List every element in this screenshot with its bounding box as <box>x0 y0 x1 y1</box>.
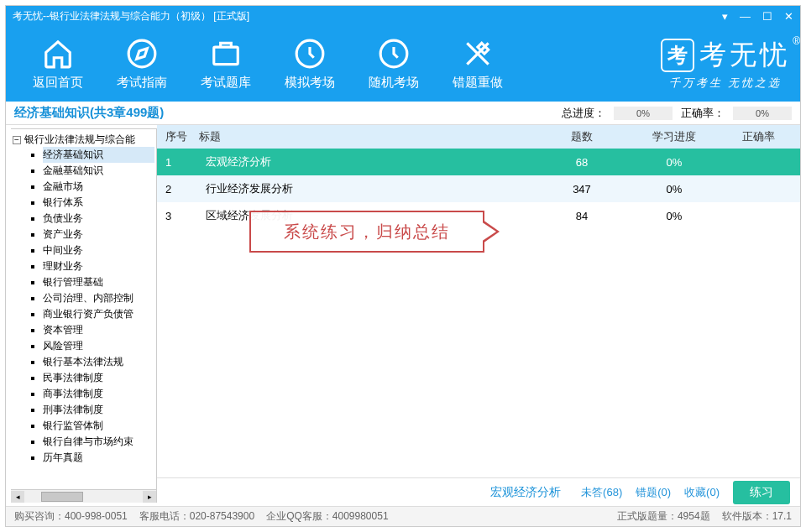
table-header: 序号 标题 题数 学习进度 正确率 <box>157 125 800 149</box>
status-version: 软件版本：17.1 <box>722 509 792 524</box>
tree-item[interactable]: 商业银行资产负债管 <box>43 306 154 322</box>
current-chapter: 宏观经济分析 <box>490 485 561 500</box>
nav-question-bank[interactable]: 考试题库 <box>184 38 268 91</box>
tree-item[interactable]: 商事法律制度 <box>43 386 154 402</box>
dropdown-icon[interactable]: ▾ <box>722 10 728 23</box>
cell-count: 68 <box>540 156 624 169</box>
callout-banner: 系统练习，归纳总结 <box>249 211 484 253</box>
clock-icon <box>294 38 326 70</box>
edit-icon <box>462 38 494 70</box>
status-qty: 正式版题量：4954题 <box>617 509 710 524</box>
brand-name: 考无忧® <box>699 37 790 74</box>
tree-item[interactable]: 银行监管体制 <box>43 418 154 434</box>
nav-label: 错题重做 <box>453 75 503 91</box>
table-row[interactable]: 2行业经济发展分析3470% <box>157 175 800 202</box>
cell-progress: 0% <box>624 156 725 169</box>
practice-button[interactable]: 练习 <box>733 481 790 504</box>
nav-mock-exam[interactable]: 模拟考场 <box>268 38 352 91</box>
nav-label: 返回首页 <box>33 75 83 91</box>
section-title: 经济基础知识(共3章499题) <box>14 105 164 121</box>
status-buy: 购买咨询：400-998-0051 <box>14 509 128 524</box>
cell-title: 行业经济发展分析 <box>199 181 540 196</box>
col-accuracy: 正确率 <box>725 129 792 144</box>
status-service: 客服电话：020-87543900 <box>139 509 254 524</box>
svg-rect-2 <box>214 47 238 65</box>
cell-index: 3 <box>165 210 199 222</box>
tree-item[interactable]: 负债业务 <box>43 211 154 227</box>
col-count: 题数 <box>540 129 624 144</box>
tree-item[interactable]: 银行管理基础 <box>43 274 154 290</box>
statusbar: 购买咨询：400-998-0051 客服电话：020-87543900 企业QQ… <box>6 506 800 526</box>
nav-label: 考试题库 <box>201 75 251 91</box>
tree-item[interactable]: 资产业务 <box>43 227 154 243</box>
filter-unanswered[interactable]: 未答(68) <box>581 485 622 500</box>
tree-item[interactable]: 中间业务 <box>43 243 154 258</box>
brand: 考 考无忧® 千万考生 无忧之选 <box>661 37 790 91</box>
close-button[interactable]: ✕ <box>784 10 793 23</box>
nav-redo-wrong[interactable]: 错题重做 <box>436 38 520 91</box>
tree-item[interactable]: 金融市场 <box>43 179 154 195</box>
accuracy-label: 正确率： <box>681 106 725 121</box>
cell-count: 347 <box>540 183 624 196</box>
table-row[interactable]: 1宏观经济分析680% <box>157 149 800 175</box>
cell-index: 2 <box>165 183 199 196</box>
tree-root-label[interactable]: 银行业法律法规与综合能 <box>24 133 135 147</box>
sidebar-tree[interactable]: − 银行业法律法规与综合能 经济基础知识金融基础知识金融市场银行体系负债业务资产… <box>11 128 157 503</box>
progress-label: 总进度： <box>562 106 605 121</box>
maximize-button[interactable]: ☐ <box>762 10 772 23</box>
nav-label: 考试指南 <box>117 75 167 91</box>
nav-label: 随机考场 <box>369 75 419 91</box>
tree-item[interactable]: 风险管理 <box>43 338 154 354</box>
nav-random-exam[interactable]: 随机考场 <box>352 38 436 91</box>
brand-slogan: 千万考生 无忧之选 <box>661 76 790 91</box>
cell-index: 1 <box>165 156 199 169</box>
briefcase-icon <box>210 38 242 70</box>
tree-item[interactable]: 银行基本法律法规 <box>43 354 154 370</box>
cell-progress: 0% <box>624 210 725 222</box>
col-progress: 学习进度 <box>624 129 725 144</box>
titlebar: 考无忧--银行业法律法规与综合能力（初级） [正式版] ▾ — ☐ ✕ <box>6 6 800 26</box>
nav-guide[interactable]: 考试指南 <box>100 38 184 91</box>
tree-item[interactable]: 历年真题 <box>43 450 154 466</box>
window-title: 考无忧--银行业法律法规与综合能力（初级） [正式版] <box>13 9 249 23</box>
tree-item[interactable]: 民事法律制度 <box>43 370 154 386</box>
tree-item[interactable]: 金融基础知识 <box>43 163 154 179</box>
svg-point-0 <box>128 40 155 67</box>
tree-item[interactable]: 银行体系 <box>43 195 154 211</box>
scroll-right-icon[interactable]: ▸ <box>143 491 156 503</box>
tree-item[interactable]: 公司治理、内部控制 <box>43 290 154 306</box>
tree-item[interactable]: 理财业务 <box>43 258 154 274</box>
brand-badge: 考 <box>661 39 694 72</box>
tree-item[interactable]: 资本管理 <box>43 322 154 338</box>
cell-progress: 0% <box>624 183 725 196</box>
summary-bar: 经济基础知识(共3章499题) 总进度： 0% 正确率： 0% <box>6 102 800 125</box>
progress-value: 0% <box>614 107 673 120</box>
minimize-button[interactable]: — <box>740 10 751 23</box>
tree-item[interactable]: 刑事法律制度 <box>43 402 154 418</box>
cell-title: 宏观经济分析 <box>199 154 540 170</box>
svg-marker-1 <box>137 48 148 59</box>
nav-home[interactable]: 返回首页 <box>16 38 100 91</box>
status-qq: 企业QQ客服：4009980051 <box>266 509 388 524</box>
nav-label: 模拟考场 <box>285 75 335 91</box>
col-index: 序号 <box>165 129 199 144</box>
horizontal-scrollbar[interactable]: ◂ ▸ <box>11 489 156 503</box>
filter-favorites[interactable]: 收藏(0) <box>684 485 720 500</box>
clock-icon <box>378 38 410 70</box>
navbar: 返回首页 考试指南 考试题库 模拟考场 随机考场 错题重做 考 考无忧® 千万 <box>6 26 800 102</box>
tree-collapse-icon[interactable]: − <box>13 136 21 144</box>
filter-wrong[interactable]: 错题(0) <box>636 485 671 500</box>
scroll-left-icon[interactable]: ◂ <box>11 491 24 503</box>
bottom-action-bar: 宏观经济分析 未答(68) 错题(0) 收藏(0) 练习 <box>157 477 800 506</box>
scroll-thumb[interactable] <box>41 492 83 502</box>
accuracy-value: 0% <box>733 107 792 120</box>
cell-count: 84 <box>540 210 624 222</box>
compass-icon <box>126 38 158 70</box>
tree-item[interactable]: 经济基础知识 <box>43 147 154 163</box>
home-icon <box>42 38 74 70</box>
tree-item[interactable]: 银行自律与市场约束 <box>43 434 154 450</box>
col-title: 标题 <box>199 129 540 144</box>
